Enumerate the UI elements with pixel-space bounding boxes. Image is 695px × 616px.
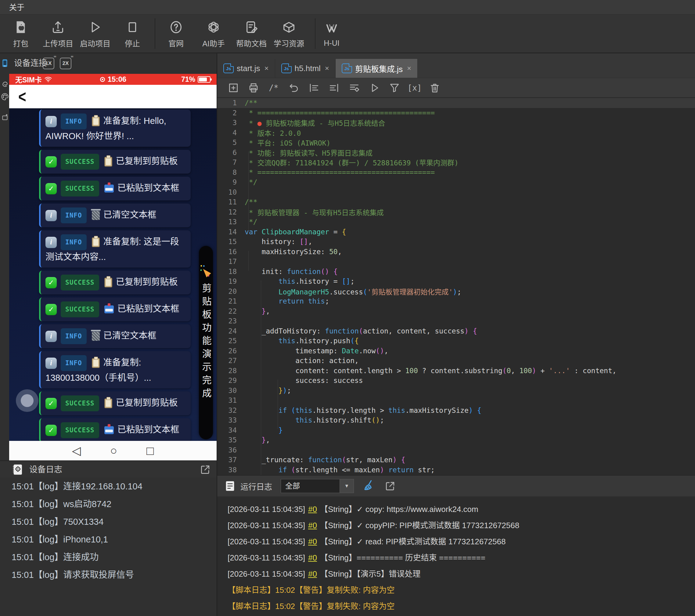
phone-log-card: ✓SUCCESS已粘贴到文本框: [39, 418, 191, 441]
trash-icon[interactable]: [428, 81, 442, 95]
assistive-touch-button[interactable]: [16, 389, 38, 412]
tab-close-icon[interactable]: ×: [325, 64, 329, 73]
menu-about[interactable]: 关于: [9, 0, 24, 15]
code-line-content: history: [],: [245, 238, 312, 245]
toolbar-button-package[interactable]: 打包: [2, 17, 40, 51]
device-log-export-icon[interactable]: [200, 464, 211, 475]
android-recents-button[interactable]: □: [147, 445, 154, 457]
log-level-badge: SUCCESS: [61, 154, 99, 170]
code-line-content: * 剪贴板管理器 - 与现有H5日志系统集成: [245, 207, 384, 217]
log-ref-link[interactable]: #0: [308, 521, 317, 530]
log-filter-select[interactable]: 全部 ▼: [281, 479, 354, 493]
code-line-content: maxHistorySize: 50,: [245, 248, 342, 256]
tab-label: start.js: [237, 64, 260, 73]
toolbar-button-label: 官网: [168, 37, 184, 49]
tab-h5.html[interactable]: Jsh5.html×: [275, 59, 336, 78]
line-number: 34: [222, 426, 237, 434]
line-number: 35: [222, 436, 237, 444]
tab-start.js[interactable]: Jsstart.js×: [217, 59, 275, 78]
apple-file-icon: [13, 20, 28, 34]
funnel-icon[interactable]: [388, 81, 402, 95]
line-number: 29: [222, 376, 237, 384]
code-line: 34 }: [217, 425, 695, 435]
toolbar-button-website[interactable]: 官网: [157, 17, 195, 51]
outdent-icon[interactable]: [307, 81, 321, 95]
tab-close-icon[interactable]: ×: [407, 64, 411, 73]
line-number: 4: [222, 129, 237, 137]
toolbar-button-label: AI助手: [202, 37, 225, 49]
run-log-title: 运行日志: [240, 481, 272, 492]
brackets-x-icon[interactable]: [x]: [408, 81, 422, 95]
toolbar-button-stop[interactable]: 停止: [114, 17, 151, 51]
zoom-2x-button[interactable]: 2X: [60, 58, 71, 69]
toolbar-button-learn[interactable]: 学习资源: [270, 17, 308, 51]
code-line-content: var ClipboardManager = {: [245, 228, 346, 236]
toolbar-button-label: 学习资源: [274, 37, 304, 49]
tab-close-icon[interactable]: ×: [265, 64, 269, 73]
clipboard-icon: [104, 398, 112, 408]
toolbar-button-ai[interactable]: AI助手: [194, 17, 233, 51]
run-log-icon: [224, 480, 236, 492]
code-line: 23: [217, 316, 695, 326]
phone-log-text: 已粘贴到文本框: [117, 425, 180, 434]
line-number: 23: [222, 317, 237, 325]
phone-log-text: 已清空文本框: [103, 210, 156, 220]
back-chevron-icon[interactable]: <: [18, 87, 26, 106]
device-pane: 设备连接 1X 2X 无SIM卡 ⊙ 15:06 71% <: [0, 53, 217, 616]
log-timestamp: [2026-03-11 15:04:35]: [227, 504, 305, 514]
toolbar-button-hui[interactable]: H-UI: [313, 17, 351, 51]
add-icon[interactable]: [226, 81, 240, 95]
format-icon[interactable]: [347, 81, 361, 95]
android-back-button[interactable]: ◁: [72, 445, 81, 457]
undo-icon[interactable]: [287, 81, 301, 95]
code-line: 11/**: [217, 197, 695, 207]
phone-log-card: ✓SUCCESS已复制到剪贴板: [39, 150, 191, 174]
code-editor[interactable]: 1/**2 * ================================…: [217, 98, 695, 475]
code-line-content: init: function() {: [245, 268, 338, 275]
log-ref-link[interactable]: #0: [308, 569, 317, 579]
code-line: 18 init: function() {: [217, 267, 695, 277]
clear-log-broom-icon[interactable]: [362, 479, 376, 493]
android-home-button[interactable]: ○: [110, 445, 117, 457]
tab-剪贴板集成.js[interactable]: Js剪贴板集成.js×: [336, 59, 418, 78]
toolbar-button-upload[interactable]: 上传项目: [39, 17, 77, 51]
banner-text: 剪贴板功能演示完成: [199, 283, 213, 401]
swirl-tool-icon[interactable]: [1, 80, 9, 88]
phone-mirror[interactable]: 无SIM卡 ⊙ 15:06 71% < iINFO准备复制: Hello, AI…: [9, 74, 217, 460]
inbox-icon: [104, 305, 114, 313]
code-line: 26 timestamp: Date.now(),: [217, 346, 695, 356]
line-number: 17: [222, 257, 237, 266]
code-line-content: this.history.shift();: [245, 416, 384, 424]
line-number: 37: [222, 456, 237, 464]
indent-icon[interactable]: [327, 81, 341, 95]
run-log-line: [2026-03-11 15:04:35]#0【String】✓ read: P…: [217, 534, 695, 550]
toolbar-button-docs[interactable]: 帮助文档: [233, 17, 270, 51]
chevron-down-icon[interactable]: ▼: [340, 479, 354, 493]
log-level-badge: INFO: [61, 328, 87, 344]
line-number: 22: [222, 307, 237, 315]
code-line: 17: [217, 257, 695, 267]
log-ref-link[interactable]: #0: [308, 504, 317, 514]
line-number: 14: [222, 228, 237, 236]
log-ref-link[interactable]: #0: [308, 553, 317, 562]
palette-icon[interactable]: [1, 92, 9, 101]
code-line: 37 _truncate: function(str, maxLen) {: [217, 455, 695, 465]
code-line: 7 * 交流QQ群: 711841924 (群一) / 528816639 (苹…: [217, 157, 695, 168]
inbox-icon: [104, 426, 114, 434]
code-line: 15 history: [],: [217, 237, 695, 247]
line-number: 9: [222, 178, 237, 186]
comment-icon[interactable]: /*: [267, 81, 281, 95]
device-log-line: 15:01【log】ws启动8742: [0, 495, 217, 513]
run-log-export-icon[interactable]: [385, 480, 396, 492]
toolbar-button-start[interactable]: 启动项目: [76, 17, 114, 51]
zoom-1x-button[interactable]: 1X: [43, 58, 54, 69]
phone-log-card: ✓SUCCESS已粘贴到文本框: [39, 177, 191, 201]
log-ref-link[interactable]: #0: [308, 537, 317, 546]
clock-label: 15:06: [108, 75, 126, 83]
line-number: 38: [222, 466, 237, 474]
print-icon[interactable]: [247, 81, 260, 95]
line-number: 27: [222, 357, 237, 364]
party-popper-icon: [201, 267, 211, 277]
run-icon[interactable]: [367, 81, 382, 95]
capture-box-icon[interactable]: [1, 113, 9, 122]
